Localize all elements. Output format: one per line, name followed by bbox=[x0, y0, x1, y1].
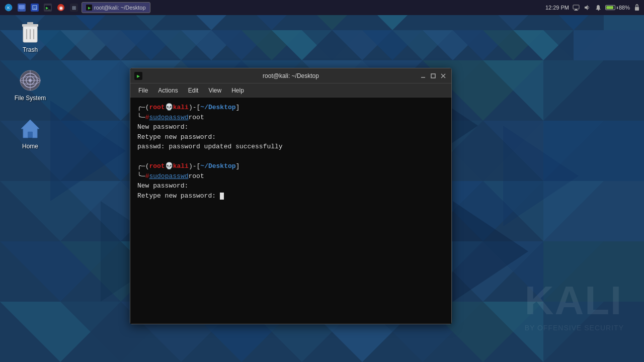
svg-marker-31 bbox=[574, 30, 644, 60]
taskbar-app-icon-5[interactable]: ⊞ bbox=[68, 2, 79, 13]
kali-menu-icon[interactable]: K bbox=[3, 2, 14, 13]
prompt-corner-2: ╰─ bbox=[137, 171, 145, 182]
prompt-host-2: kali bbox=[173, 161, 189, 171]
output-1-1: New password: bbox=[137, 122, 444, 132]
terminal-content[interactable]: ╭─(root💀kali)-[~/Desktop] ╰─# sudo passw… bbox=[130, 98, 451, 324]
terminal-title-icon: ▶ bbox=[134, 72, 142, 80]
prompt-bracket-close-1: ] bbox=[236, 103, 240, 113]
volume-icon[interactable] bbox=[583, 4, 591, 12]
svg-rect-124 bbox=[28, 132, 33, 138]
desktop: KALI BY OFFENSIVE SECURITY K bbox=[0, 0, 644, 362]
prompt-connector-2: ╭─ bbox=[137, 161, 145, 171]
svg-rect-128 bbox=[431, 74, 435, 78]
svg-marker-71 bbox=[543, 241, 644, 302]
prompt-passwd-1: passwd bbox=[165, 113, 189, 123]
terminal-controls bbox=[419, 72, 447, 80]
prompt-hash-line-2: ╰─# sudo passwd root bbox=[137, 171, 444, 182]
prompt-cmd-rest-2: root bbox=[188, 171, 204, 182]
battery-fill bbox=[606, 6, 613, 9]
prompt-paren-open-2: ( bbox=[145, 161, 149, 171]
trash-label: Trash bbox=[23, 46, 38, 53]
trash-icon-desktop[interactable]: Trash bbox=[10, 20, 50, 53]
menu-view[interactable]: View bbox=[204, 86, 225, 95]
taskbar-active-window[interactable]: ▶ root@kali: ~/Desktop bbox=[82, 2, 150, 13]
menu-file[interactable]: File bbox=[134, 86, 152, 95]
taskbar-app-icon-2[interactable]: 🗂 bbox=[29, 2, 40, 13]
prompt-dash-2: - bbox=[193, 161, 197, 171]
prompt-paren-close-1: ) bbox=[189, 103, 193, 113]
svg-text:▶: ▶ bbox=[137, 74, 140, 78]
taskbar: K 🗂 bbox=[0, 0, 644, 15]
battery-bar bbox=[605, 5, 615, 10]
output-2-1: New password: bbox=[137, 181, 444, 191]
battery-indicator: 88% bbox=[605, 5, 630, 11]
svg-rect-105 bbox=[573, 5, 579, 9]
svg-text:🗂: 🗂 bbox=[33, 6, 37, 10]
prompt-host-1: kali bbox=[173, 103, 189, 113]
svg-marker-81 bbox=[543, 302, 644, 362]
battery-percent: 88% bbox=[619, 5, 630, 11]
prompt-path-2: ~/Desktop bbox=[200, 161, 235, 171]
taskbar-right: 12:29 PM bbox=[545, 4, 641, 12]
svg-rect-93 bbox=[20, 9, 23, 10]
menu-edit[interactable]: Edit bbox=[184, 86, 203, 95]
taskbar-app-icon-4[interactable]: ◉ bbox=[55, 2, 66, 13]
prompt-skull-1: 💀 bbox=[165, 103, 173, 113]
svg-marker-61 bbox=[543, 181, 644, 241]
prompt-user-2: root bbox=[149, 161, 165, 171]
filesystem-label: File System bbox=[15, 95, 46, 102]
svg-marker-108 bbox=[585, 5, 588, 10]
prompt-connector-1: ╭─ bbox=[137, 103, 145, 113]
home-icon-desktop[interactable]: Home bbox=[10, 117, 50, 150]
svg-marker-41 bbox=[543, 60, 644, 121]
terminal-cursor bbox=[220, 193, 224, 200]
battery-tip bbox=[617, 7, 618, 9]
terminal-menubar: File Actions Edit View Help bbox=[130, 83, 451, 98]
filesystem-icon-img bbox=[18, 68, 42, 93]
desktop-icons: Trash File System bbox=[10, 20, 50, 150]
terminal-window: ▶ root@kali: ~/Desktop bbox=[130, 68, 452, 324]
menu-actions[interactable]: Actions bbox=[154, 86, 182, 95]
svg-rect-106 bbox=[575, 9, 577, 10]
prompt-bracket-close-2: ] bbox=[236, 161, 240, 171]
prompt-sudo-1: sudo bbox=[149, 113, 165, 123]
lock-icon[interactable] bbox=[633, 4, 641, 12]
svg-text:⊞: ⊞ bbox=[72, 5, 76, 11]
prompt-hash-symbol-1: # bbox=[145, 113, 149, 123]
svg-text:K: K bbox=[7, 6, 10, 10]
taskbar-window-label: root@kali: ~/Desktop bbox=[94, 5, 146, 11]
notification-icon[interactable] bbox=[594, 4, 602, 12]
prompt-hash-line-1: ╰─# sudo passwd root bbox=[137, 113, 444, 123]
prompt-cmd-rest-1: root bbox=[188, 113, 204, 123]
svg-text:◉: ◉ bbox=[59, 5, 63, 11]
terminal-maximize-button[interactable] bbox=[429, 72, 437, 80]
prompt-corner-1: ╰─ bbox=[137, 113, 145, 123]
svg-rect-92 bbox=[19, 5, 25, 9]
prompt-skull-2: 💀 bbox=[165, 161, 173, 171]
prompt-path-1: ~/Desktop bbox=[200, 103, 235, 113]
output-1-2: Retype new password: bbox=[137, 132, 444, 142]
monitor-icon bbox=[572, 4, 580, 12]
svg-text:▶_: ▶_ bbox=[46, 6, 50, 10]
home-label: Home bbox=[22, 143, 38, 150]
terminal-title-text: root@kali: ~/Desktop bbox=[263, 72, 319, 79]
terminal-close-button[interactable] bbox=[439, 72, 447, 80]
menu-help[interactable]: Help bbox=[227, 86, 248, 95]
output-2-2: Retype new password: bbox=[137, 191, 444, 201]
taskbar-time: 12:29 PM bbox=[545, 5, 569, 11]
taskbar-app-icon-1[interactable] bbox=[16, 2, 27, 13]
svg-rect-109 bbox=[635, 7, 639, 11]
prompt-bracket-open-1: [ bbox=[197, 103, 201, 113]
taskbar-app-icon-3[interactable]: ▶_ bbox=[42, 2, 53, 13]
prompt-paren-open-1: ( bbox=[145, 103, 149, 113]
prompt-line-1: ╭─(root💀kali)-[~/Desktop] bbox=[137, 103, 444, 113]
prompt-user-1: root bbox=[149, 103, 165, 113]
prompt-sudo-2: sudo bbox=[149, 171, 165, 182]
taskbar-left: K 🗂 bbox=[3, 2, 543, 13]
prompt-dash-1: - bbox=[193, 103, 197, 113]
prompt-passwd-2: passwd bbox=[165, 171, 189, 182]
filesystem-icon-desktop[interactable]: File System bbox=[10, 68, 50, 102]
prompt-line-2: ╭─(root💀kali)-[~/Desktop] bbox=[137, 161, 444, 171]
prompt-hash-symbol-2: # bbox=[145, 171, 149, 182]
terminal-minimize-button[interactable] bbox=[419, 72, 427, 80]
